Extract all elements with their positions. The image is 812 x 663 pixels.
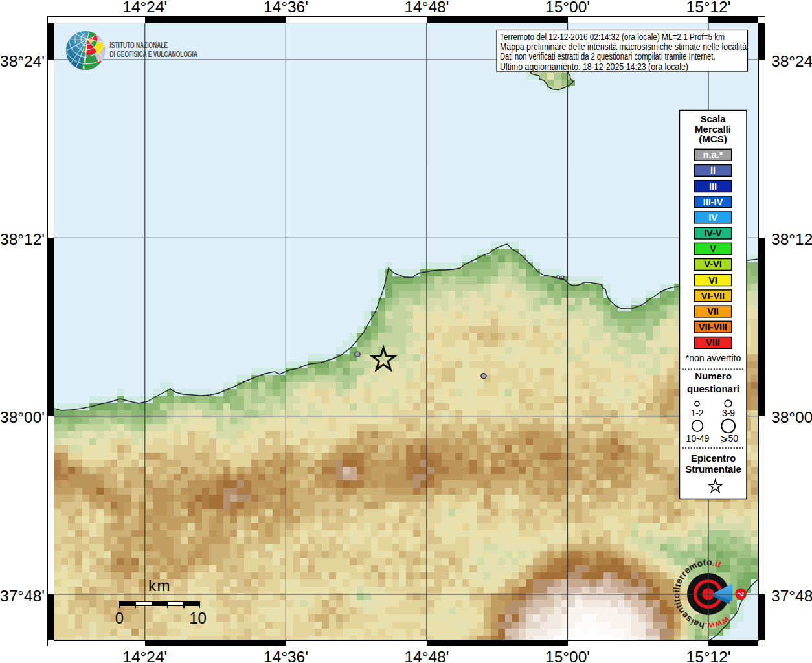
- svg-text:VIII: VIII: [706, 337, 720, 348]
- svg-text:14°24': 14°24': [122, 0, 167, 16]
- svg-text:10-49: 10-49: [686, 433, 710, 444]
- svg-text:14°48': 14°48': [404, 0, 449, 16]
- svg-text:Dati non verificati estratti d: Dati non verificati estratti da 2 questi…: [500, 51, 716, 62]
- svg-text:VI-VII: VI-VII: [701, 291, 725, 301]
- svg-text:III-IV: III-IV: [703, 197, 723, 207]
- svg-text:37°48': 37°48': [0, 587, 45, 605]
- svg-text:Mercalli: Mercalli: [695, 124, 731, 135]
- svg-text:Numero: Numero: [695, 370, 732, 381]
- svg-text:Scala: Scala: [700, 113, 726, 124]
- svg-text:IV-V: IV-V: [704, 228, 722, 238]
- svg-text:VI: VI: [708, 275, 717, 286]
- svg-text:3-9: 3-9: [722, 408, 735, 418]
- svg-text:38°24': 38°24': [771, 52, 812, 70]
- svg-text:ISTITUTO NAZIONALE: ISTITUTO NAZIONALE: [110, 41, 168, 50]
- svg-text:38°00': 38°00': [0, 409, 45, 426]
- svg-text:Epicentro: Epicentro: [691, 453, 736, 464]
- svg-text:(MCS): (MCS): [699, 133, 727, 144]
- svg-text:37°48': 37°48': [771, 587, 812, 605]
- svg-text:V: V: [710, 243, 716, 254]
- svg-text:14°24': 14°24': [122, 648, 167, 663]
- svg-text:II: II: [710, 165, 716, 175]
- svg-text:Terremoto del 12-12-2016 02:14: Terremoto del 12-12-2016 02:14:32 (ora l…: [500, 32, 725, 42]
- svg-text:*non avvertito: *non avvertito: [686, 353, 741, 363]
- svg-text:14°36': 14°36': [264, 648, 308, 663]
- svg-text:15°00': 15°00': [545, 0, 590, 16]
- svg-text:III: III: [709, 181, 717, 192]
- svg-text:38°00': 38°00': [771, 409, 812, 426]
- svg-text:n.a.*: n.a.*: [703, 150, 723, 160]
- svg-text:15°12': 15°12': [686, 0, 731, 16]
- svg-text:km: km: [148, 577, 171, 594]
- svg-text:14°36': 14°36': [264, 0, 308, 16]
- svg-text:VII-VIII: VII-VIII: [699, 322, 727, 332]
- svg-text:0: 0: [115, 609, 124, 627]
- svg-text:38°24': 38°24': [0, 52, 45, 70]
- svg-text:15°00': 15°00': [545, 648, 590, 663]
- svg-text:DI GEOFISICA E VULCANOLOGIA: DI GEOFISICA E VULCANOLOGIA: [110, 50, 198, 59]
- svg-text:38°12': 38°12': [0, 230, 45, 248]
- svg-text:questionari: questionari: [687, 383, 739, 394]
- svg-text:1-2: 1-2: [690, 408, 703, 418]
- svg-text:⩾50: ⩾50: [721, 433, 739, 444]
- svg-text:Mappa preliminare delle intens: Mappa preliminare delle intensità macros…: [500, 41, 747, 52]
- svg-text:Ultimo aggiornamento: 18-12-20: Ultimo aggiornamento: 18-12-2025 14:23 (…: [500, 62, 688, 72]
- svg-text:15°12': 15°12': [686, 648, 731, 663]
- svg-text:VII: VII: [707, 306, 719, 317]
- svg-text:14°48': 14°48': [404, 648, 449, 663]
- svg-text:10: 10: [189, 609, 207, 627]
- svg-text:V-VI: V-VI: [704, 259, 721, 269]
- svg-text:38°12': 38°12': [771, 230, 812, 248]
- svg-text:IV: IV: [708, 212, 717, 223]
- svg-text:Strumentale: Strumentale: [685, 464, 741, 475]
